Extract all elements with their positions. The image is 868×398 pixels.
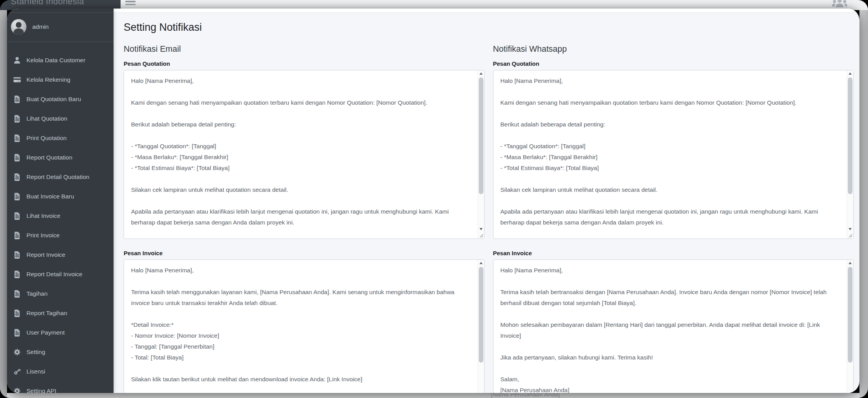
whatsapp-invoice-textarea[interactable]: Halo [Nama Penerima], Terima kasih telah… xyxy=(493,259,854,393)
scroll-down-button[interactable] xyxy=(847,226,853,232)
sidebar: admin Kelola Data Customer Kelola Rekeni… xyxy=(7,9,114,393)
textarea-scrollbar[interactable] xyxy=(478,70,484,238)
sidebar-item-label: Report Detail Quotation xyxy=(26,174,89,181)
email-notification-column: Notifikasi Email Pesan Quotation Halo [N… xyxy=(124,44,485,393)
sidebar-item-label: Tagihan xyxy=(26,290,47,297)
sidebar-item-user-payment[interactable]: User Payment xyxy=(7,323,114,342)
section-heading-whatsapp: Notifikasi Whatsapp xyxy=(493,44,854,54)
main-area: Setting Notifikasi Notifikasi Email Pesa… xyxy=(114,9,859,393)
email-invoice-field: Pesan Invoice Halo [Nama Penerima], Teri… xyxy=(124,250,485,393)
users-icon[interactable] xyxy=(831,0,848,9)
key-icon xyxy=(13,367,21,376)
sidebar-item-lihat-quotation[interactable]: Lihat Quotation xyxy=(7,109,114,128)
textarea-scrollbar[interactable] xyxy=(847,70,853,238)
user-panel: admin xyxy=(7,13,114,42)
sidebar-item-print-invoice[interactable]: Print Invoice xyxy=(7,226,114,245)
whatsapp-notification-column: Notifikasi Whatsapp Pesan Quotation Halo… xyxy=(493,44,854,393)
sidebar-item-label: User Payment xyxy=(26,329,65,336)
email-invoice-textarea[interactable]: Halo [Nama Penerima], Terima kasih telah… xyxy=(124,259,485,393)
sidebar-item-label: Setting API xyxy=(26,387,56,393)
sidebar-item-label: Lihat Invoice xyxy=(26,212,60,219)
sidebar-item-label: Lihat Quotation xyxy=(26,115,67,122)
file-icon xyxy=(13,153,21,162)
sidebar-item-report-tagihan[interactable]: Report Tagihan xyxy=(7,303,114,323)
clipped-text: [Nama Perusahaan Anda] xyxy=(491,393,560,398)
scroll-up-button[interactable] xyxy=(847,70,853,77)
scrollbar-track[interactable] xyxy=(847,266,853,393)
file-icon xyxy=(13,309,21,317)
resize-grip-icon xyxy=(848,233,852,238)
avatar xyxy=(11,19,26,35)
file-icon xyxy=(13,289,21,298)
scrollbar-thumb[interactable] xyxy=(848,267,852,363)
brand-title: Starfield Indonesia xyxy=(11,0,84,7)
sidebar-item-report-quotation[interactable]: Report Quotation xyxy=(7,148,114,167)
textarea-scrollbar[interactable] xyxy=(847,260,853,393)
sidebar-item-label: Report Tagihan xyxy=(26,310,67,317)
sidebar-item-label: Report Quotation xyxy=(26,154,72,161)
sidebar-item-label: Setting xyxy=(26,349,45,356)
sidebar-item-report-detail-quotation[interactable]: Report Detail Quotation xyxy=(7,167,114,187)
backdrop-left-strip xyxy=(0,10,7,398)
scrollbar-thumb[interactable] xyxy=(479,77,483,194)
scroll-up-button[interactable] xyxy=(478,260,484,266)
sidebar-item-tagihan[interactable]: Tagihan xyxy=(7,284,114,303)
sidebar-item-label: Lisensi xyxy=(26,368,45,375)
scrollbar-track[interactable] xyxy=(478,77,484,226)
textarea-wrapper: Halo [Nama Penerima], Kami dengan senang… xyxy=(493,70,854,239)
sidebar-item-lisensi[interactable]: Lisensi xyxy=(7,362,114,381)
sidebar-item-setting[interactable]: Setting xyxy=(7,342,114,362)
sidebar-item-label: Print Quotation xyxy=(26,135,66,142)
file-icon xyxy=(13,270,21,279)
gear-icon xyxy=(13,387,21,393)
sidebar-item-buat-quotation-baru[interactable]: Buat Quotation Baru xyxy=(7,89,114,109)
sidebar-item-label: Kelola Rekening xyxy=(26,76,70,83)
whatsapp-quotation-textarea[interactable]: Halo [Nama Penerima], Kami dengan senang… xyxy=(493,70,854,239)
sidebar-item-report-invoice[interactable]: Report Invoice xyxy=(7,245,114,265)
sidebar-item-buat-invoice-baru[interactable]: Buat Invoice Baru xyxy=(7,187,114,206)
sidebar-item-kelola-data-customer[interactable]: Kelola Data Customer xyxy=(7,51,114,70)
sidebar-item-print-quotation[interactable]: Print Quotation xyxy=(7,128,114,148)
sidebar-item-report-detail-invoice[interactable]: Report Detail Invoice xyxy=(7,265,114,284)
backdrop-right-strip xyxy=(859,10,868,398)
user-icon xyxy=(13,56,21,65)
credit-card-icon xyxy=(13,75,21,84)
resize-grip-icon xyxy=(479,233,483,238)
textarea-scrollbar[interactable] xyxy=(478,260,484,393)
sidebar-item-label: Kelola Data Customer xyxy=(26,57,86,64)
scrollbar-thumb[interactable] xyxy=(479,267,483,363)
scroll-up-button[interactable] xyxy=(847,260,853,266)
scrollbar-track[interactable] xyxy=(478,266,484,393)
sidebar-item-setting-api[interactable]: Setting API xyxy=(7,381,114,393)
app-window: admin Kelola Data Customer Kelola Rekeni… xyxy=(7,9,859,393)
hamburger-icon[interactable] xyxy=(125,1,136,7)
person-icon xyxy=(11,19,26,35)
gear-icon xyxy=(13,348,21,356)
file-icon xyxy=(13,173,21,181)
sidebar-item-kelola-rekening[interactable]: Kelola Rekening xyxy=(7,70,114,89)
file-icon xyxy=(13,231,21,240)
file-icon xyxy=(13,212,21,220)
scroll-down-button[interactable] xyxy=(478,226,484,232)
scroll-up-button[interactable] xyxy=(478,70,484,77)
email-quotation-field: Pesan Quotation Halo [Nama Penerima], Ka… xyxy=(124,60,485,239)
whatsapp-quotation-field: Pesan Quotation Halo [Nama Penerima], Ka… xyxy=(493,60,854,239)
textarea-wrapper: Halo [Nama Penerima], Kami dengan senang… xyxy=(124,70,485,239)
page-title: Setting Notifikasi xyxy=(124,21,854,33)
field-label: Pesan Quotation xyxy=(124,60,485,67)
screenshot-frame: Starfield Indonesia [Nama Perusahaan And… xyxy=(0,0,868,398)
backdrop-bottom-strip: [Nama Perusahaan Anda] xyxy=(7,393,859,398)
email-quotation-textarea[interactable]: Halo [Nama Penerima], Kami dengan senang… xyxy=(124,70,485,239)
file-icon xyxy=(13,251,21,259)
sidebar-item-label: Report Detail Invoice xyxy=(26,271,82,278)
sidebar-brand-area xyxy=(7,9,114,13)
section-heading-email: Notifikasi Email xyxy=(124,44,485,54)
scrollbar-thumb[interactable] xyxy=(848,77,852,194)
field-label: Pesan Quotation xyxy=(493,60,854,67)
sidebar-item-lihat-invoice[interactable]: Lihat Invoice xyxy=(7,206,114,226)
resize-handle[interactable] xyxy=(847,232,853,238)
user-name: admin xyxy=(32,23,49,30)
sidebar-item-label: Print Invoice xyxy=(26,232,60,239)
scrollbar-track[interactable] xyxy=(847,77,853,226)
resize-handle[interactable] xyxy=(478,232,484,238)
